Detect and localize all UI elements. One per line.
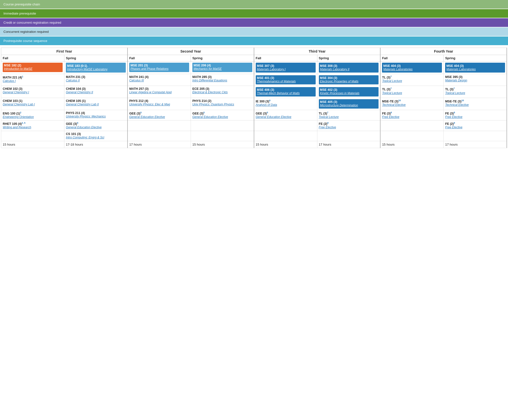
course-name[interactable]: Intro Differential Equations — [192, 79, 252, 83]
course-name[interactable]: Free Elective — [445, 115, 505, 119]
course-name[interactable]: Introduction to MatSE — [4, 67, 61, 71]
course-block[interactable]: CHEM 105 (1)General Chemistry Lab II — [66, 99, 126, 107]
course-block[interactable]: IE 300 (3)6Analysis of Data — [256, 99, 316, 107]
course-name[interactable]: Engineering Orientation — [3, 115, 63, 119]
course-block[interactable]: MATH 257 (3)Linear Algebra w Computat Ap… — [129, 87, 189, 95]
course-block[interactable]: MSE 402 (3)Kinetic Processes in Material… — [319, 87, 379, 96]
course-name[interactable]: Topical Lecture — [382, 79, 442, 83]
course-block[interactable]: MATH 231 (3)Calculus II — [66, 75, 126, 83]
course-name[interactable]: Calculus II — [66, 79, 126, 83]
course-name[interactable]: Free Elective — [445, 126, 505, 130]
course-block[interactable]: CS 101 (3)Intro Computing: Engrg & Sci — [66, 132, 126, 140]
course-block[interactable]: ECE 205 (3)Electrical & Electronic Ckts — [192, 87, 252, 95]
course-block[interactable]: MSE 404 (3)9Materials Laboratories — [382, 63, 442, 73]
course-name[interactable]: University Physics: Elec & Mag — [129, 103, 189, 107]
course-name[interactable]: Technical Elective — [445, 103, 505, 107]
course-block[interactable]: MSE-TE (3)10Technical Elective — [382, 99, 442, 107]
course-block[interactable]: TL (3)7Topical Lecture — [382, 87, 442, 95]
course-name[interactable]: Materials Laboratories — [446, 68, 504, 72]
course-name[interactable]: Free Elective — [382, 115, 442, 119]
year-header-second-year: Second Year — [127, 48, 254, 55]
course-code: IE 300 (3)6 — [256, 99, 316, 103]
course-name[interactable]: Analysis of Data — [256, 103, 316, 107]
course-block[interactable]: PHYS 212 (4)University Physics: Elec & M… — [129, 99, 189, 107]
course-block[interactable]: MATH 285 (3)Intro Differential Equations — [192, 75, 252, 83]
course-block[interactable]: RHET 105 (4)3, 5Writing and Research — [3, 122, 63, 130]
course-name[interactable]: Univ Physics: Quantum Physics — [192, 103, 252, 107]
course-name[interactable]: Mechanics for MatSE — [194, 67, 251, 71]
course-block[interactable]: MSE 307 (3)5Materials Laboratory I — [256, 63, 316, 73]
course-cell-col0-row1: MATH 221 (4)1Calculus I — [1, 74, 64, 86]
course-name[interactable]: Calculus III — [129, 79, 189, 83]
course-name[interactable]: Topical Lecture — [382, 91, 442, 95]
course-block[interactable]: MSE 183 (0-1)4Introductory MatSE Laborat… — [66, 63, 126, 73]
course-block[interactable]: MSE 406 (3)Thermal-Mech Behavior of Matl… — [256, 87, 316, 96]
course-block[interactable]: MSE 404 (3)9Materials Laboratories — [445, 63, 505, 73]
course-name[interactable]: Linear Algebra w Computat Appl — [129, 91, 189, 95]
course-block[interactable]: PHYS 214 (2)Univ Physics: Quantum Physic… — [192, 99, 252, 107]
course-name[interactable]: Materials Laboratory II — [320, 68, 378, 72]
course-name[interactable]: Materials Design — [445, 79, 505, 83]
course-block[interactable]: GEE (3)5General Education Elective — [192, 111, 252, 119]
course-name[interactable]: Technical Elective — [382, 103, 442, 107]
course-block[interactable]: FE (2)8Free Elective — [445, 122, 505, 130]
course-name[interactable]: Topical Lecture — [319, 115, 379, 119]
course-block[interactable]: MATH 241 (4)Calculus III — [129, 75, 189, 83]
course-block[interactable]: ENG 100 (1)2Engineering Orientation — [3, 111, 63, 119]
course-block[interactable]: MATH 221 (4)1Calculus I — [3, 75, 63, 83]
course-name[interactable]: Thermal-Mech Behavior of Matls — [257, 92, 314, 95]
semester-header-1: Spring — [64, 55, 127, 61]
course-block[interactable]: MSE 405 (3)Microstructure Determination — [319, 99, 379, 109]
course-name[interactable]: Kinetic Processes in Materials — [320, 92, 378, 95]
course-block[interactable]: MSE-TE (3)10Technical Elective — [445, 99, 505, 107]
course-name[interactable]: Thermodynamics of Materials — [257, 80, 314, 84]
course-name[interactable]: Phases and Phase Relations — [130, 67, 188, 71]
course-block[interactable]: FE (2)8Free Elective — [319, 122, 379, 130]
course-name[interactable]: Topical Lecture — [445, 91, 505, 95]
course-block[interactable]: FE (3)8Free Elective — [445, 111, 505, 119]
course-block[interactable]: MSE 401 (3)Thermodynamics of Materials — [256, 75, 316, 85]
course-name[interactable]: University Physics: Mechanics — [66, 115, 126, 119]
course-block[interactable]: FE (3)8Free Elective — [382, 111, 442, 119]
course-block[interactable]: CHEM 103 (1)General Chemistry Lab I — [3, 99, 63, 107]
course-name[interactable]: Electronic Properties of Matls — [320, 80, 378, 84]
course-block[interactable]: MSE 201 (3)Phases and Phase Relations — [129, 63, 189, 72]
course-block[interactable]: GEE (3)5General Education Elective — [256, 111, 316, 119]
hours-cell-6: 15 hours — [380, 141, 443, 148]
course-cell-col6-row1: TL (3)7Topical Lecture — [380, 74, 443, 86]
course-block[interactable]: MSE 304 (3)Electronic Properties of Matl… — [319, 75, 379, 85]
course-block[interactable]: MSE 308 (3)5Materials Laboratory II — [319, 63, 379, 73]
course-block[interactable]: TL (3)7Topical Lecture — [445, 87, 505, 95]
course-name[interactable]: Microstructure Determination — [320, 104, 378, 108]
course-name[interactable]: General Chemistry I — [3, 91, 63, 95]
course-block[interactable]: CHEM 102 (3)General Chemistry I — [3, 87, 63, 95]
course-name[interactable]: Intro Computing: Engrg & Sci — [66, 136, 126, 140]
course-name[interactable]: Writing and Research — [3, 126, 63, 130]
course-name[interactable]: Materials Laboratory I — [257, 68, 314, 72]
course-name[interactable]: General Education Elective — [66, 126, 126, 130]
course-cell-col0-row3: CHEM 103 (1)General Chemistry Lab I — [1, 98, 64, 110]
course-name[interactable]: General Education Elective — [256, 115, 316, 119]
course-name[interactable]: Introductory MatSE Laboratory — [67, 68, 125, 72]
course-name[interactable]: General Education Elective — [129, 115, 189, 119]
course-name[interactable]: General Chemistry Lab II — [66, 103, 126, 107]
course-block[interactable]: CHEM 104 (3)General Chemistry II — [66, 87, 126, 95]
course-name[interactable]: General Education Elective — [192, 115, 252, 119]
course-code: MATH 221 (4)1 — [3, 75, 63, 79]
course-name[interactable]: Electrical & Electronic Ckts — [192, 91, 252, 95]
course-name[interactable]: General Chemistry II — [66, 91, 126, 95]
course-block[interactable]: MSE 395 (3)Materials Design — [445, 75, 505, 83]
course-name[interactable]: Materials Laboratories — [383, 68, 441, 72]
course-name[interactable]: General Chemistry Lab I — [3, 103, 63, 107]
course-block[interactable]: TL (3)7Topical Lecture — [382, 75, 442, 83]
course-name[interactable]: Calculus I — [3, 79, 63, 83]
course-block[interactable]: GEE (3)5General Education Elective — [66, 122, 126, 130]
course-block[interactable]: GEE (3)5General Education Elective — [129, 111, 189, 119]
course-block[interactable]: MSE 182 (2)Introduction to MatSE — [3, 63, 63, 72]
course-cell-col4-row1: MSE 401 (3)Thermodynamics of Materials — [254, 74, 317, 86]
course-block[interactable]: TL (3)7Topical Lecture — [319, 111, 379, 119]
table-row-4: ENG 100 (1)2Engineering OrientationPHYS … — [1, 110, 507, 120]
course-block[interactable]: MSE 206 (4)Mechanics for MatSE — [192, 63, 252, 72]
course-block[interactable]: PHYS 211 (4)University Physics: Mechanic… — [66, 111, 126, 119]
course-name[interactable]: Free Elective — [319, 126, 379, 130]
